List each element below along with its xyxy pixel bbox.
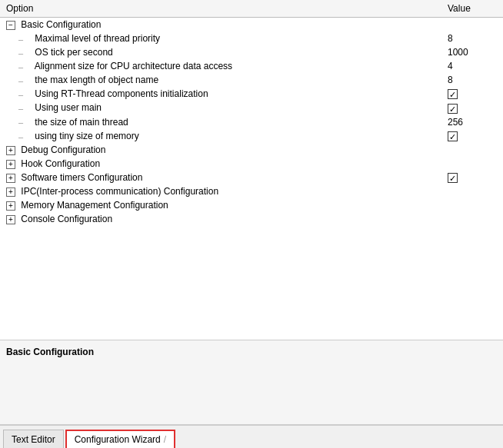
collapse-icon[interactable]: − — [6, 21, 15, 30]
table-row: – the size of main thread 256 — [0, 115, 503, 129]
tab-text-editor[interactable]: Text Editor — [3, 430, 64, 448]
debug-config-row[interactable]: + Debug Configuration — [0, 143, 441, 157]
table-row[interactable]: + Memory Management Configuration — [0, 198, 503, 212]
debug-config-label: Debug Configuration — [21, 144, 105, 155]
table-row: – Maximal level of thread priority 8 — [0, 32, 503, 45]
checkbox-rt-components[interactable]: ✓ — [448, 89, 458, 99]
row-os-tick: – OS tick per second — [0, 45, 441, 59]
dash-icon: – — [18, 62, 31, 71]
expand-icon-hook[interactable]: + — [6, 160, 15, 169]
value-obj-name: 8 — [441, 73, 503, 87]
checkbox-user-main[interactable]: ✓ — [448, 104, 458, 114]
expand-icon-sw-timers[interactable]: + — [6, 174, 15, 183]
value-rt-components[interactable]: ✓ — [441, 87, 503, 101]
label-user-main: Using user main — [35, 102, 102, 113]
ipc-config-label: IPC(Inter-process communication) Configu… — [21, 186, 218, 197]
dash-icon: – — [18, 35, 31, 44]
table-row[interactable]: − Basic Configuration — [0, 18, 503, 32]
value-user-main[interactable]: ✓ — [441, 101, 503, 114]
dash-icon: – — [18, 90, 31, 99]
dash-icon: – — [18, 76, 31, 85]
label-rt-components: Using RT-Thread components initializatio… — [35, 88, 208, 99]
expand-icon-mem-mgmt[interactable]: + — [6, 201, 15, 211]
table-row: – Alignment size for CPU architecture da… — [0, 59, 503, 73]
expand-icon-console[interactable]: + — [6, 215, 15, 224]
dash-icon: – — [18, 104, 31, 113]
expand-icon-ipc[interactable]: + — [6, 187, 15, 197]
row-tiny-memory: – using tiny size of memory — [0, 129, 441, 143]
mem-mgmt-value — [441, 198, 503, 212]
label-alignment: Alignment size for CPU architecture data… — [35, 61, 232, 71]
col-value-header: Value — [441, 0, 503, 18]
config-table-section[interactable]: Option Value − Basic Configuration – — [0, 0, 503, 340]
label-os-tick: OS tick per second — [35, 47, 112, 58]
row-user-main: – Using user main — [0, 101, 441, 114]
sw-timers-value[interactable]: ✓ — [441, 171, 503, 184]
value-tiny-memory[interactable]: ✓ — [441, 129, 503, 143]
label-main-thread-size: the size of main thread — [35, 117, 128, 128]
console-config-row[interactable]: + Console Configuration — [0, 212, 441, 226]
config-table: Option Value − Basic Configuration – — [0, 0, 503, 226]
table-row: – Using user main ✓ — [0, 101, 503, 114]
value-os-tick: 1000 — [441, 45, 503, 59]
dash-icon: – — [18, 132, 31, 141]
hook-config-value — [441, 157, 503, 171]
table-row[interactable]: + Debug Configuration — [0, 143, 503, 157]
tab-text-editor-label: Text Editor — [12, 434, 55, 445]
basic-config-row[interactable]: − Basic Configuration — [0, 18, 441, 32]
table-row[interactable]: + Software timers Configuration ✓ — [0, 171, 503, 184]
sw-timers-row[interactable]: + Software timers Configuration — [0, 171, 441, 184]
hook-config-label: Hook Configuration — [21, 158, 100, 169]
tab-slash-icon: / — [164, 434, 166, 445]
row-rt-components: – Using RT-Thread components initializat… — [0, 87, 441, 101]
row-thread-priority: – Maximal level of thread priority — [0, 32, 441, 45]
console-config-label: Console Configuration — [21, 214, 112, 224]
row-main-thread-size: – the size of main thread — [0, 115, 441, 129]
expand-icon-debug[interactable]: + — [6, 146, 15, 155]
label-obj-name: the max length of object name — [35, 75, 158, 85]
tab-configuration-wizard-label: Configuration Wizard — [75, 434, 161, 445]
dash-icon: – — [18, 118, 31, 127]
basic-config-value — [441, 18, 503, 32]
hook-config-row[interactable]: + Hook Configuration — [0, 157, 441, 171]
table-row[interactable]: + Hook Configuration — [0, 157, 503, 171]
description-title: Basic Configuration — [6, 347, 497, 357]
label-tiny-memory: using tiny size of memory — [35, 131, 138, 141]
ipc-config-row[interactable]: + IPC(Inter-process communication) Confi… — [0, 184, 441, 198]
table-row: – the max length of object name 8 — [0, 73, 503, 87]
checkbox-tiny-memory[interactable]: ✓ — [448, 131, 458, 141]
value-thread-priority: 8 — [441, 32, 503, 45]
dash-icon: – — [18, 48, 31, 58]
row-obj-name: – the max length of object name — [0, 73, 441, 87]
main-container: Option Value − Basic Configuration – — [0, 0, 503, 448]
console-config-value — [441, 212, 503, 226]
tabs-bar: Text Editor Configuration Wizard / — [0, 425, 503, 448]
col-option-header: Option — [0, 0, 441, 18]
table-row: – using tiny size of memory ✓ — [0, 129, 503, 143]
table-row: – OS tick per second 1000 — [0, 45, 503, 59]
mem-mgmt-label: Memory Management Configuration — [21, 200, 168, 211]
table-row: – Using RT-Thread components initializat… — [0, 87, 503, 101]
description-section: Basic Configuration — [0, 340, 503, 425]
table-row[interactable]: + Console Configuration — [0, 212, 503, 226]
basic-config-label: Basic Configuration — [21, 19, 101, 30]
ipc-config-value — [441, 184, 503, 198]
mem-mgmt-row[interactable]: + Memory Management Configuration — [0, 198, 441, 212]
row-alignment: – Alignment size for CPU architecture da… — [0, 59, 441, 73]
sw-timers-label: Software timers Configuration — [21, 172, 142, 183]
tab-configuration-wizard[interactable]: Configuration Wizard / — [65, 430, 175, 448]
label-thread-priority: Maximal level of thread priority — [35, 33, 160, 44]
checkbox-sw-timers[interactable]: ✓ — [448, 173, 458, 183]
table-row[interactable]: + IPC(Inter-process communication) Confi… — [0, 184, 503, 198]
debug-config-value — [441, 143, 503, 157]
value-main-thread-size: 256 — [441, 115, 503, 129]
value-alignment: 4 — [441, 59, 503, 73]
